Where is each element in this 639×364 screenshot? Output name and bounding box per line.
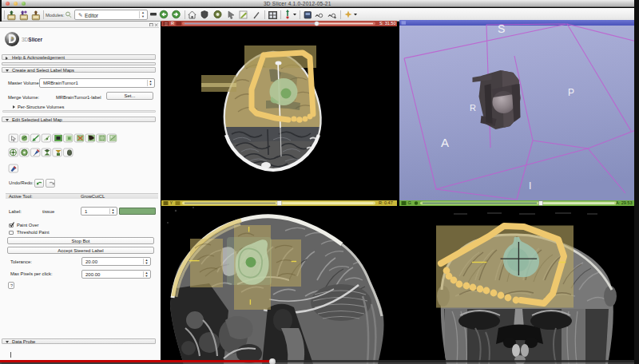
svg-text:A: 29.53: A: 29.53 — [616, 200, 633, 205]
svg-text:A: A — [441, 136, 449, 149]
svg-text:S: 31.50: S: 31.50 — [379, 21, 396, 26]
svg-text:S: S — [498, 22, 505, 35]
svg-text:I: I — [529, 180, 531, 192]
svg-text:Y: Y — [170, 200, 173, 205]
svg-text:R: R — [470, 103, 476, 113]
svg-text:G: G — [408, 200, 411, 205]
svg-text:R: R — [171, 21, 174, 26]
svg-text:R: 0.47: R: 0.47 — [379, 200, 393, 205]
svg-text:P: P — [568, 87, 574, 98]
